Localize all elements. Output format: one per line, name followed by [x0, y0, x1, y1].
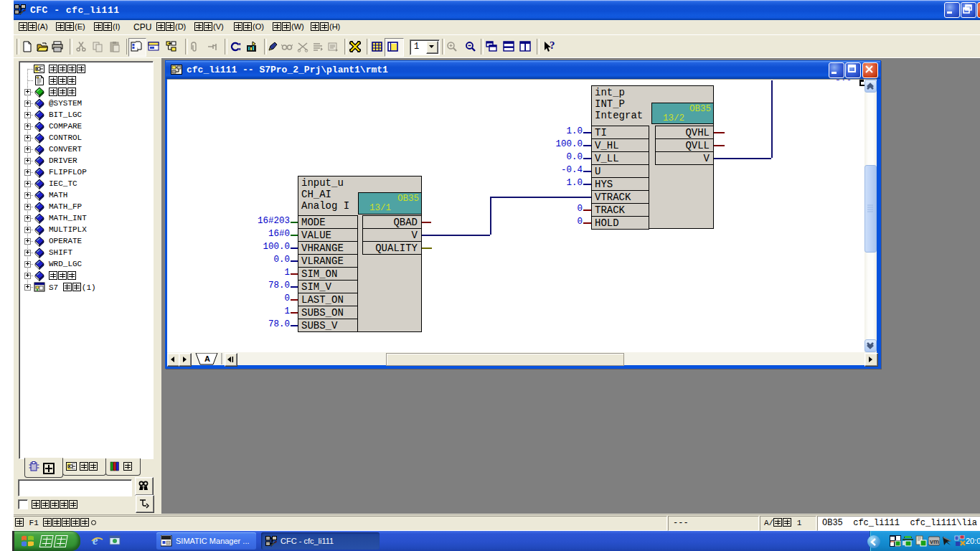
- svg-text:e: e: [93, 534, 98, 547]
- svg-text:vm: vm: [930, 538, 939, 545]
- svg-text:A: A: [204, 354, 210, 363]
